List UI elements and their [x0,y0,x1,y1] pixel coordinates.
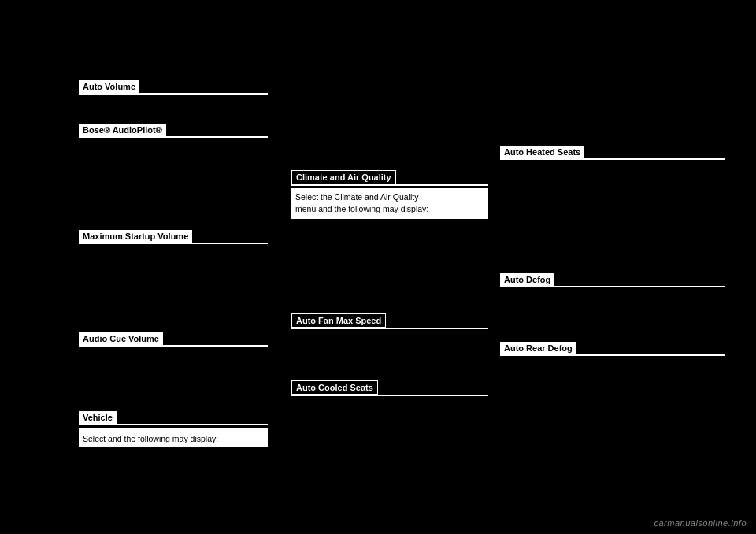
climate-desc-line1: Select the Climate and Air Quality [295,191,484,204]
climate-air-quality-label: Climate and Air Quality [291,170,396,184]
page-content: Auto Volume Bose® AudioPilot® Maximum St… [0,0,756,534]
bose-audiopilot-label: Bose® AudioPilot® [79,124,166,136]
vehicle-label: Vehicle [79,411,117,424]
auto-volume-label: Auto Volume [79,80,139,93]
auto-cooled-seats-label: Auto Cooled Seats [291,380,378,395]
auto-defog-label: Auto Defog [500,273,554,286]
audio-cue-volume-label: Audio Cue Volume [79,332,163,345]
climate-desc-line2: menu and the following may display: [295,203,484,216]
auto-rear-defog-label: Auto Rear Defog [500,342,576,354]
vehicle-desc: Select and the following may display: [83,434,218,443]
auto-heated-seats-label: Auto Heated Seats [500,146,584,158]
watermark: carmanualsonline.info [654,518,747,528]
auto-fan-max-speed-label: Auto Fan Max Speed [291,313,386,328]
maximum-startup-volume-label: Maximum Startup Volume [79,230,192,243]
